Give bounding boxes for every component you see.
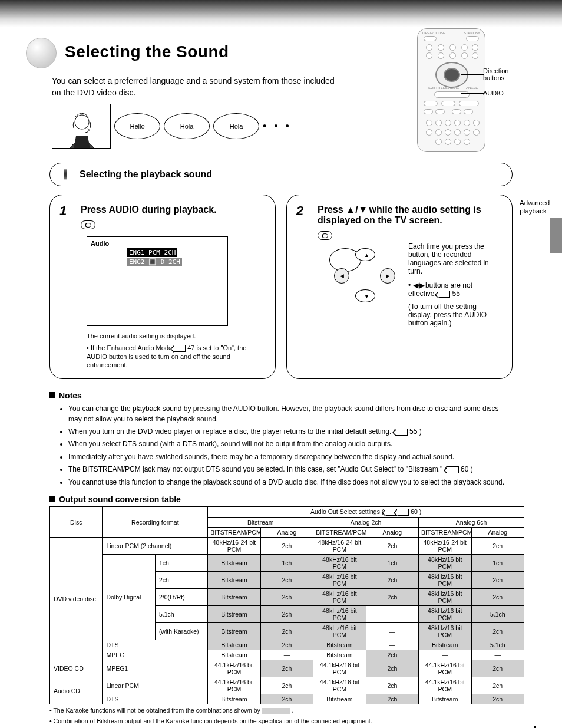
step2-note1: Each time you press the button, the reco… bbox=[408, 242, 501, 275]
top-gradient bbox=[0, 0, 562, 27]
page-ref-icon bbox=[174, 345, 186, 352]
step1-lead: Press AUDIO during playback. bbox=[81, 205, 265, 215]
speech-bubble-2: Hola bbox=[164, 113, 210, 139]
table-section: Output sound conversion table DiscRecord… bbox=[49, 495, 524, 726]
intro-text: You can select a preferred language and … bbox=[52, 75, 338, 98]
note-item: You cannot use this function to change t… bbox=[68, 477, 513, 487]
osd-line-1: ENG1 PCM 2CH bbox=[127, 248, 177, 257]
callout-direction: Direction buttons bbox=[483, 67, 530, 81]
callout1-text: Direction buttons bbox=[483, 67, 508, 81]
callout2-text: AUDIO bbox=[483, 90, 504, 97]
step1-note2a: • If the Enhanced Audio Mode bbox=[87, 344, 172, 351]
remote-control-diagram: OPEN/CLOSE STANDBY SUBTITLES AUDIO ANGLE bbox=[417, 28, 485, 152]
osd-line-2: ENG2 🔳 D 2CH bbox=[127, 258, 182, 266]
portrait-frame bbox=[52, 104, 111, 149]
square-bullet-icon-2 bbox=[49, 496, 55, 502]
output-sound-table: DiscRecording formatAudio Out Select set… bbox=[49, 506, 524, 704]
speech-bubble-1: Hello bbox=[114, 113, 160, 139]
note-item: Immediately after you have switched soun… bbox=[68, 452, 513, 462]
disc-icon bbox=[57, 169, 74, 180]
audio-button-icon-2 bbox=[318, 231, 332, 240]
square-bullet-icon bbox=[49, 392, 55, 398]
updown-arrows-icon: ▲ / ▼ bbox=[346, 205, 366, 215]
step1-pageref: 47 bbox=[187, 344, 194, 351]
step-1-panel: 1 Press AUDIO during playback. Audio ENG… bbox=[49, 195, 276, 379]
notes-list: You can change the playback sound by pre… bbox=[68, 404, 513, 487]
step1-note1: The current audio setting is displayed. bbox=[87, 332, 265, 340]
lbl-standby: STANDBY bbox=[464, 31, 480, 35]
step2-note2: • ◀ / ▶ buttons are not effective. 55 bbox=[408, 281, 501, 298]
audio-button-icon bbox=[81, 220, 95, 229]
language-illustration: Hello Hola Hola • • • bbox=[52, 104, 292, 149]
lbl-open: OPEN/CLOSE bbox=[422, 31, 445, 35]
tv-screen-mock: Audio ENG1 PCM 2CH ENG2 🔳 D 2CH bbox=[87, 236, 228, 326]
section-bullet-sphere bbox=[26, 38, 57, 68]
step2-right-col: Each time you press the button, the reco… bbox=[408, 226, 501, 327]
step-panels: 1 Press AUDIO during playback. Audio ENG… bbox=[49, 195, 513, 379]
step-2-panel: 2 Press ▲ / ▼ while the audio setting is… bbox=[286, 195, 513, 379]
dpad-icon: ▲ ▼ ◀ ▶ bbox=[329, 248, 400, 302]
leftright-arrows-icon: ◀ / ▶ bbox=[413, 281, 424, 289]
osd-audio-label: Audio bbox=[91, 240, 109, 247]
step2-lead: Press ▲ / ▼ while the audio setting is d… bbox=[318, 205, 501, 226]
operator-illustration bbox=[52, 104, 111, 149]
page-title: Selecting the Sound bbox=[65, 42, 229, 61]
lbl-audio: AUDIO bbox=[448, 86, 459, 90]
note-item: You can change the playback sound by pre… bbox=[68, 404, 513, 424]
notes-heading: Notes bbox=[49, 391, 513, 400]
table-title: Output sound conversion table bbox=[49, 495, 524, 504]
step2-note3: (To turn off the setting display, press … bbox=[408, 302, 501, 327]
callout-audio: AUDIO bbox=[483, 90, 504, 97]
step2-left-col: ▲ ▼ ◀ ▶ bbox=[318, 226, 400, 327]
speech-bubble-3: Hola bbox=[213, 113, 259, 139]
gray-swatch-icon bbox=[262, 708, 290, 714]
remote-callouts: Direction buttons AUDIO bbox=[483, 27, 530, 151]
step-number-1: 1 bbox=[59, 203, 67, 219]
table-footnote-2: • Combination of Bitstream output and th… bbox=[49, 717, 524, 726]
header-area: Selecting the Sound You can select a pre… bbox=[0, 27, 562, 163]
page-ref-icon-2 bbox=[438, 291, 450, 298]
table-footnote-1: • The Karaoke functions will not be obta… bbox=[49, 707, 524, 715]
note-item: When you select DTS sound (with a DTS ma… bbox=[68, 439, 513, 449]
section-bar: Selecting the playback sound bbox=[49, 163, 513, 186]
page-root: Selecting the Sound You can select a pre… bbox=[0, 0, 562, 728]
note-item: When you turn on the DVD video player or… bbox=[68, 427, 513, 437]
step2-pageref: 55 bbox=[452, 289, 460, 298]
ellipsis-icon: • • • bbox=[263, 120, 292, 133]
step1-note2: • If the Enhanced Audio Mode 47 is set t… bbox=[87, 344, 265, 369]
side-tab-label: Advanced playback bbox=[520, 199, 547, 216]
lbl-sub: SUBTITLES bbox=[428, 86, 448, 90]
lbl-angle: ANGLE bbox=[466, 86, 478, 90]
note-item: The BITSTREAM/PCM jack may not output DT… bbox=[68, 465, 513, 475]
side-tab-marker bbox=[550, 218, 562, 253]
section-bar-title: Selecting the playback sound bbox=[80, 169, 212, 180]
step2-lead-a: Press bbox=[318, 205, 343, 215]
step-number-2: 2 bbox=[296, 203, 303, 219]
notes-heading-text: Notes bbox=[59, 391, 82, 400]
